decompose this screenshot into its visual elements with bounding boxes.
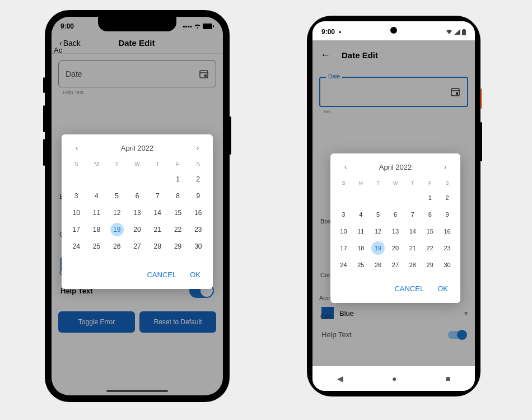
ok-button[interactable]: OK (437, 284, 448, 293)
wifi-icon (446, 29, 452, 35)
calendar-day[interactable]: 22 (167, 221, 188, 238)
calendar-day[interactable]: 3 (335, 206, 352, 223)
calendar-day[interactable]: 8 (421, 206, 438, 223)
next-month-button[interactable]: › (440, 162, 450, 171)
nav-home-button[interactable]: ● (392, 374, 396, 383)
weekday-header: F (167, 158, 188, 171)
weekday-header: T (404, 177, 421, 189)
weekday-header: S (188, 158, 208, 171)
side-button (43, 105, 45, 132)
calendar-day[interactable]: 21 (404, 240, 421, 256)
side-button (230, 116, 231, 155)
calendar-day[interactable]: 29 (421, 256, 438, 273)
calendar-day[interactable]: 23 (188, 221, 208, 238)
calendar-day[interactable]: 23 (438, 240, 456, 256)
calendar-day[interactable]: 4 (352, 206, 370, 223)
ok-button[interactable]: OK (190, 270, 200, 279)
calendar-day[interactable]: 6 (127, 188, 147, 204)
calendar-day[interactable]: 6 (387, 206, 404, 223)
calendar-day[interactable]: 4 (86, 188, 106, 204)
calendar-day[interactable]: 12 (107, 204, 127, 221)
calendar-day[interactable]: 26 (370, 256, 387, 273)
calendar-day[interactable]: 30 (438, 256, 456, 273)
calendar-day[interactable]: 20 (387, 240, 404, 256)
calendar-day[interactable]: 10 (66, 204, 86, 221)
prev-month-button[interactable]: ‹ (340, 162, 351, 171)
calendar-day[interactable]: 17 (66, 221, 86, 238)
calendar-day[interactable]: 15 (167, 204, 188, 221)
svg-rect-6 (463, 29, 465, 30)
calendar-day[interactable]: 1 (167, 171, 188, 188)
calendar-grid: SMTWTFS123456789101112131415161718192021… (335, 177, 456, 273)
calendar-day[interactable]: 25 (86, 238, 106, 255)
calendar-day[interactable]: 8 (167, 188, 188, 204)
calendar-day[interactable]: 24 (335, 256, 352, 273)
battery-icon (462, 29, 466, 35)
month-year-label: April 2022 (121, 144, 154, 152)
nav-recent-button[interactable]: ■ (446, 374, 450, 383)
calendar-day[interactable]: 18 (86, 221, 106, 238)
calendar-day[interactable]: 10 (335, 223, 352, 240)
calendar-day[interactable]: 20 (127, 221, 147, 238)
calendar-day[interactable]: 24 (66, 238, 86, 255)
cancel-button[interactable]: CANCEL (394, 284, 424, 293)
calendar-day[interactable]: 2 (188, 171, 208, 188)
calendar-day[interactable]: 19 (107, 221, 127, 238)
calendar-day[interactable]: 16 (188, 204, 208, 221)
calendar-day[interactable]: 21 (147, 221, 167, 238)
calendar-day[interactable]: 9 (438, 206, 456, 223)
side-button (480, 88, 482, 109)
calendar-day[interactable]: 18 (352, 240, 370, 256)
calendar-day[interactable]: 28 (404, 256, 421, 273)
calendar-day[interactable]: 19 (370, 240, 387, 256)
weekday-header: T (107, 158, 127, 171)
weekday-header: T (370, 177, 387, 189)
calendar-day[interactable]: 30 (188, 238, 208, 255)
calendar-day[interactable]: 27 (387, 256, 404, 273)
weekday-header: M (86, 158, 106, 171)
calendar-day[interactable]: 14 (404, 223, 421, 240)
calendar-day[interactable]: 25 (352, 256, 370, 273)
next-month-button[interactable]: › (193, 143, 203, 152)
calendar-day[interactable]: 1 (421, 189, 438, 206)
weekday-header: T (147, 158, 167, 171)
android-phone-frame: 9:00 ▪ ← Date Edit Date Hel Box Corn Cor… (307, 16, 480, 396)
calendar-day[interactable]: 16 (438, 223, 456, 240)
picker-actions: CANCEL OK (66, 255, 208, 282)
calendar-day[interactable]: 2 (438, 189, 456, 206)
calendar-day[interactable]: 3 (66, 188, 86, 204)
side-button (43, 139, 45, 166)
calendar-day[interactable]: 5 (107, 188, 127, 204)
nav-back-button[interactable]: ◀ (337, 374, 343, 383)
prev-month-button[interactable]: ‹ (72, 143, 82, 152)
calendar-day[interactable]: 13 (387, 223, 404, 240)
calendar-grid: SMTWTFS123456789101112131415161718192021… (66, 158, 208, 255)
picker-header: ‹ April 2022 › (66, 141, 208, 158)
calendar-day[interactable]: 28 (147, 238, 167, 255)
android-screen: 9:00 ▪ ← Date Edit Date Hel Box Corn Cor… (312, 21, 475, 391)
month-year-label: April 2022 (379, 163, 412, 171)
picker-actions: CANCEL OK (335, 273, 456, 296)
weekday-header: W (127, 158, 147, 171)
calendar-day[interactable]: 14 (147, 204, 167, 221)
weekday-header: S (438, 177, 456, 189)
calendar-day[interactable]: 26 (107, 238, 127, 255)
calendar-day[interactable]: 29 (167, 238, 188, 255)
calendar-day[interactable]: 11 (86, 204, 106, 221)
calendar-day[interactable]: 11 (352, 223, 370, 240)
cancel-button[interactable]: CANCEL (147, 270, 176, 279)
calendar-day[interactable]: 22 (421, 240, 438, 256)
calendar-day[interactable]: 15 (421, 223, 438, 240)
calendar-day[interactable]: 7 (404, 206, 421, 223)
calendar-day[interactable]: 7 (147, 188, 167, 204)
calendar-day[interactable]: 13 (127, 204, 147, 221)
status-icons (446, 29, 466, 35)
calendar-day[interactable]: 9 (188, 188, 208, 204)
ios-screen: 9:00 ▪▪▪▪ ‹ Back Date Edit Date Help Tex… (52, 17, 223, 395)
calendar-day[interactable]: 5 (370, 206, 387, 223)
date-picker: ‹ April 2022 › SMTWTFS123456789101112131… (62, 134, 213, 289)
calendar-day[interactable]: 17 (335, 240, 352, 256)
calendar-day[interactable]: 27 (127, 238, 147, 255)
notch (98, 17, 176, 31)
calendar-day[interactable]: 12 (370, 223, 387, 240)
